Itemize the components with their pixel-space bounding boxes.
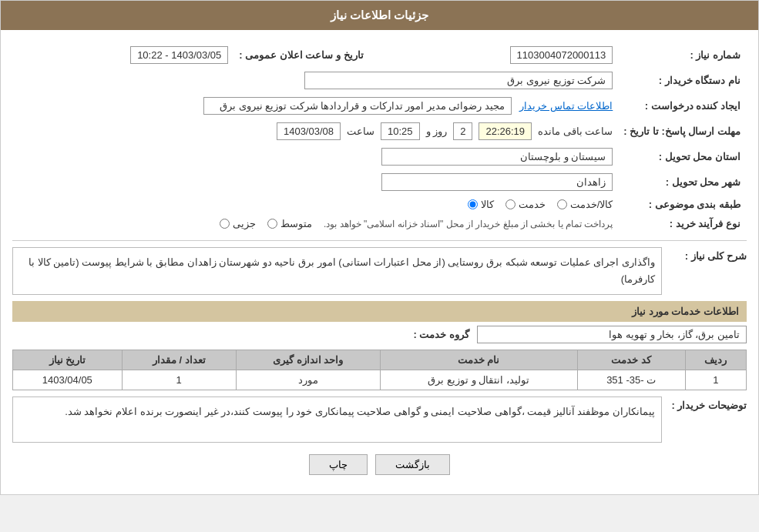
radio-khedmat[interactable] [505,199,516,209]
page-header: جزئیات اطلاعات نیاز [1,1,758,30]
radio-item-khedmat[interactable]: خدمت [505,199,546,210]
buyer-notes-label: توضیحات خریدار : [670,396,747,411]
print-button[interactable]: چاپ [309,454,368,475]
city-box: زاهدان [381,173,613,191]
row-creator: ایجاد کننده درخواست : مجید رضوائی مدیر ا… [14,94,745,118]
response-deadline-values: 1403/03/08 ساعت 10:25 روز و 2 22:26:19 س… [14,119,617,143]
announcement-label: تاریخ و ساعت اعلان عمومی : [234,43,386,67]
th-row-num: ردیف [685,350,746,370]
separator-1 [12,240,747,241]
services-table-body: 1ت -35- 351تولید، انتقال و توزیع برقمورد… [13,370,747,390]
th-quantity: تعداد / مقدار [122,350,236,370]
services-section-title: اطلاعات خدمات مورد نیاز [12,301,747,322]
announcement-value: 1403/03/05 - 10:22 [14,43,233,67]
table-cell-service_code: ت -35- 351 [577,370,685,390]
row-purchase-type: نوع فرآیند خرید : جزیی متوسط پرداخت تمام… [14,215,745,233]
city-label: شهر محل تحویل : [619,170,745,194]
province-value: سیستان و بلوچستان [14,145,617,169]
purchase-type-value: جزیی متوسط پرداخت تمام یا بخشی از مبلغ خ… [14,215,617,233]
purchase-type-label: نوع فرآیند خرید : [619,215,745,233]
radio-kala[interactable] [468,199,478,209]
row-province: استان محل تحویل : سیستان و بلوچستان [14,145,745,169]
description-label: شرح کلی نیاز : [670,247,747,262]
content-area: شماره نیاز : 1103004072000113 تاریخ و سا… [1,30,758,494]
radio-khedmat-label: خدمت [519,199,546,210]
need-number-label: شماره نیاز : [619,43,745,67]
main-info-grid: شماره نیاز : 1103004072000113 تاریخ و سا… [12,42,747,234]
table-cell-date: 1403/04/05 [13,370,123,390]
response-time-label: ساعت [347,125,374,137]
buttons-row: بازگشت چاپ [12,454,747,475]
th-service-code: کد خدمت [577,350,685,370]
remaining-time-label-text: ساعت باقی مانده [538,125,613,137]
row-need-number-announcement: شماره نیاز : 1103004072000113 تاریخ و سا… [14,43,745,67]
radio-jozi-label: جزیی [233,218,256,229]
table-row: 1ت -35- 351تولید، انتقال و توزیع برقمورد… [13,370,747,390]
response-date-box: 1403/03/08 [277,122,341,140]
service-group-box: تامین برق، گاز، بخار و تهویه هوا [477,326,747,343]
page-title: جزئیات اطلاعات نیاز [331,8,428,22]
buyer-notes-box: پیمانکاران موظفند آنالیز قیمت ،گواهی صلا… [12,396,662,443]
province-box: سیستان و بلوچستان [381,148,613,166]
response-deadline-label: مهلت ارسال پاسخ: تا تاریخ : [619,119,745,143]
radio-mottavasset[interactable] [267,219,277,229]
category-radios: کالا خدمت کالا/خدمت [14,196,617,213]
radio-item-kala-khedmat[interactable]: کالا/خدمت [557,199,613,210]
province-label: استان محل تحویل : [619,145,745,169]
radio-item-mottavasset[interactable]: متوسط [267,218,312,229]
buyer-org-box: شرکت توزیع نیروی برق [304,72,613,89]
services-table: ردیف کد خدمت نام خدمت واحد اندازه گیری ت… [12,350,747,390]
table-cell-quantity: 1 [122,370,236,390]
description-box: واگذاری اجرای عملیات توسعه شبکه برق روست… [12,247,662,295]
th-unit: واحد اندازه گیری [236,350,380,370]
creator-box: مجید رضوائی مدیر امور تدارکات و قرارداده… [203,97,512,115]
row-response-deadline: مهلت ارسال پاسخ: تا تاریخ : 1403/03/08 س… [14,119,745,143]
city-value: زاهدان [14,170,617,194]
response-time-box: 10:25 [381,122,420,140]
category-label: طبقه بندی موضوعی : [619,196,745,213]
row-city: شهر محل تحویل : زاهدان [14,170,745,194]
row-category: طبقه بندی موضوعی : کالا خدمت کالا/خدمت [14,196,745,213]
back-button[interactable]: بازگشت [375,454,450,475]
description-section: شرح کلی نیاز : واگذاری اجرای عملیات توسع… [12,247,747,295]
remaining-days-label: روز و [426,125,448,137]
need-number-box: 1103004072000113 [510,46,613,64]
announcement-value-box: 1403/03/05 - 10:22 [130,46,228,64]
service-group-row: گروه خدمت : تامین برق، گاز، بخار و تهویه… [12,326,747,343]
creator-value: مجید رضوائی مدیر امور تدارکات و قرارداده… [14,94,617,118]
row-buyer-org: نام دستگاه خریدار : شرکت توزیع نیروی برق [14,69,745,92]
page-wrapper: جزئیات اطلاعات نیاز شماره نیاز : 1103004… [0,0,759,495]
radio-kala-khedmat[interactable] [557,199,567,209]
creator-label: ایجاد کننده درخواست : [619,94,745,118]
purchase-type-note: پرداخت تمام یا بخشی از مبلغ خریدار از مح… [324,219,613,229]
radio-mottavasset-label: متوسط [280,218,312,229]
th-date: تاریخ نیاز [13,350,123,370]
service-group-label: گروه خدمت : [413,329,469,340]
table-cell-unit: مورد [236,370,380,390]
radio-kala-khedmat-label: کالا/خدمت [570,199,613,210]
services-table-header-row: ردیف کد خدمت نام خدمت واحد اندازه گیری ت… [13,350,747,370]
th-service-name: نام خدمت [380,350,577,370]
need-number-value: 1103004072000113 [388,43,618,67]
radio-item-kala[interactable]: کالا [468,199,494,210]
table-cell-service_name: تولید، انتقال و توزیع برق [380,370,577,390]
buyer-org-label: نام دستگاه خریدار : [619,69,745,92]
buyer-org-value: شرکت توزیع نیروی برق [14,69,617,92]
buyer-notes-section: توضیحات خریدار : پیمانکاران موظفند آنالی… [12,396,747,443]
remaining-days-box: 2 [453,122,472,140]
radio-item-jozi[interactable]: جزیی [220,218,256,229]
table-cell-row_num: 1 [685,370,746,390]
remaining-time-box: 22:26:19 [479,122,532,140]
radio-jozi[interactable] [220,219,230,229]
creator-link[interactable]: اطلاعات تماس خریدار [519,100,613,112]
services-table-head: ردیف کد خدمت نام خدمت واحد اندازه گیری ت… [13,350,747,370]
radio-kala-label: کالا [481,199,494,210]
